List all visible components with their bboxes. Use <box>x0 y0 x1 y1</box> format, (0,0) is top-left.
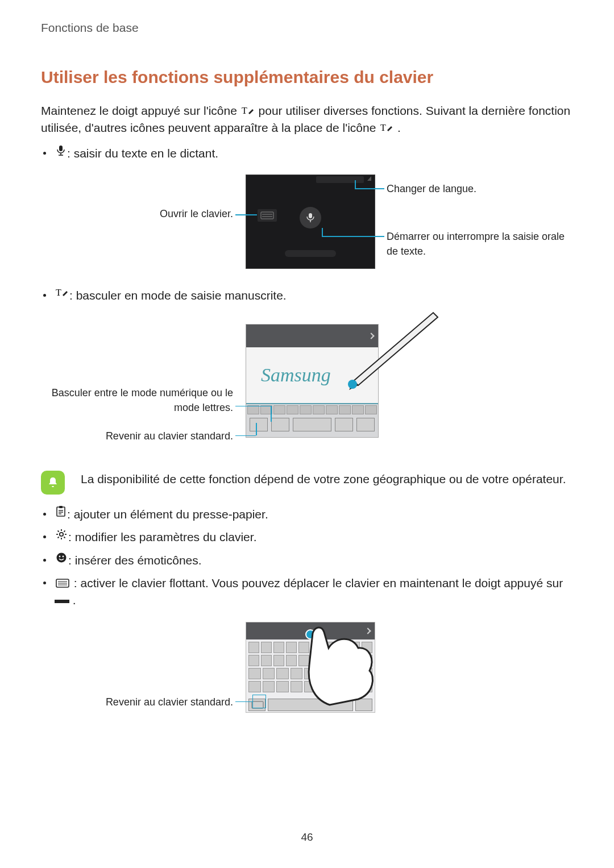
floating-topbar <box>246 622 375 639</box>
callout-start-stop-voice: Démarrer ou interrompre la saisie orale … <box>387 229 574 259</box>
feature-handwriting: T : basculer en mode de saisie manuscrit… <box>41 287 573 304</box>
feature-mic: : saisir du texte en le dictant. <box>41 145 573 162</box>
space-button <box>293 418 331 431</box>
callout-line <box>271 406 272 422</box>
callout-line <box>235 214 257 215</box>
note-row: La disponibilité de cette fonction dépen… <box>41 471 573 495</box>
svg-point-19 <box>60 533 63 536</box>
svg-line-25 <box>64 537 65 538</box>
handwriting-toolbar <box>246 416 378 434</box>
handwriting-sample: Samsung <box>261 361 331 389</box>
intro-text-1: Maintenez le doigt appuyé sur l'icône <box>41 104 240 117</box>
callout-line <box>355 188 384 189</box>
tpen-icon: T <box>380 122 393 134</box>
feature-list-3: : ajouter un élément du presse-papier. :… <box>41 506 573 609</box>
enter-button <box>355 699 372 711</box>
feature-floating-text-1: : activer le clavier flottant. Vous pouv… <box>74 576 563 589</box>
callout-line <box>322 236 384 237</box>
highlight-box <box>252 695 266 708</box>
callout-open-keyboard: Ouvrir le clavier. <box>41 206 233 221</box>
language-indicator <box>316 176 364 183</box>
svg-text:T: T <box>380 123 386 132</box>
feature-settings-text: : modifier les paramètres du clavier. <box>68 529 256 546</box>
svg-rect-8 <box>309 213 312 218</box>
page-content: Utiliser les fonctions supplémentaires d… <box>0 36 614 724</box>
feature-emoji: : insérer des émoticônes. <box>41 552 573 569</box>
feature-floating: : activer le clavier flottant. Vous pouv… <box>41 575 573 609</box>
note-badge-icon <box>41 471 65 495</box>
svg-rect-5 <box>261 212 273 219</box>
mode-toggle-button <box>271 418 289 431</box>
svg-line-24 <box>58 531 59 532</box>
feature-emoji-text: : insérer des émoticônes. <box>68 552 202 569</box>
standard-keyboard-button <box>250 418 268 431</box>
space-button <box>268 699 353 711</box>
keyboard-button <box>258 209 277 222</box>
backspace-button <box>335 418 353 431</box>
svg-rect-14 <box>57 507 65 516</box>
svg-text:T: T <box>56 288 61 297</box>
emoji-icon <box>56 552 67 563</box>
svg-text:T: T <box>242 106 247 115</box>
intro-paragraph: Maintenez le doigt appuyé sur l'icône T … <box>41 102 573 137</box>
callout-standard-keyboard-2: Revenir au clavier standard. <box>41 695 233 709</box>
callout-line <box>355 180 356 188</box>
callout-switch-mode: Basculer entre le mode numérique ou le m… <box>41 385 233 415</box>
clipboard-icon <box>56 506 66 517</box>
keyboard-rows <box>246 639 375 696</box>
svg-point-29 <box>59 555 61 557</box>
breadcrumb: Fonctions de base <box>41 21 139 34</box>
chevron-right-icon <box>368 333 374 339</box>
mic-icon <box>56 145 66 156</box>
bullet-icon <box>43 535 46 538</box>
feature-handwriting-text: : basculer en mode de saisie manuscrite. <box>69 287 287 304</box>
page-number: 46 <box>301 829 313 845</box>
figure-floating-keyboard: Revenir au clavier standard. <box>41 622 573 724</box>
bullet-icon <box>43 152 46 155</box>
feature-list-2: T : basculer en mode de saisie manuscrit… <box>41 287 573 304</box>
enter-button <box>356 418 375 431</box>
svg-point-28 <box>57 553 67 562</box>
svg-line-26 <box>58 537 59 538</box>
tap-to-speak-placeholder <box>285 250 336 257</box>
drag-handle-icon <box>55 600 69 603</box>
tpen-icon: T <box>56 287 68 298</box>
feature-clipboard-text: : ajouter un élément du presse-papier. <box>67 506 268 523</box>
figure-voice-input: Ouvrir le clavier. Changer de langue. Dé… <box>41 175 573 277</box>
section-title: Utiliser les fonctions supplémentaires d… <box>41 65 573 90</box>
intro-text-3: . <box>397 121 401 134</box>
svg-rect-15 <box>59 506 63 508</box>
mic-button <box>300 207 321 229</box>
handwriting-screen: Samsung <box>246 324 379 438</box>
callout-line <box>235 701 252 703</box>
feature-clipboard: : ajouter un élément du presse-papier. <box>41 506 573 523</box>
callout-line <box>256 423 257 435</box>
signal-icon <box>367 176 371 181</box>
handwriting-area: Samsung <box>246 347 378 404</box>
feature-list: : saisir du texte en le dictant. <box>41 145 573 162</box>
callout-line <box>235 406 271 407</box>
bullet-icon <box>43 582 46 584</box>
callout-change-language: Changer de langue. <box>387 181 574 196</box>
feature-floating-text-2: . <box>73 593 76 607</box>
feature-mic-text: : saisir du texte en le dictant. <box>67 145 218 162</box>
floating-keyboard-icon <box>56 579 69 589</box>
note-text: La disponibilité de cette fonction dépen… <box>81 471 566 488</box>
callout-line <box>235 435 256 437</box>
svg-point-30 <box>63 555 64 557</box>
chevron-right-icon <box>364 628 371 634</box>
figure-handwriting: Samsung Basculer entre le mode numérique… <box>41 317 573 454</box>
callout-standard-keyboard: Revenir au clavier standard. <box>41 429 233 443</box>
feature-settings: : modifier les paramètres du clavier. <box>41 529 573 546</box>
bullet-icon <box>43 294 46 297</box>
gear-icon <box>56 529 67 540</box>
bullet-icon <box>43 559 46 562</box>
svg-line-27 <box>64 531 65 532</box>
bullet-icon <box>43 513 46 516</box>
page-header: Fonctions de base <box>0 0 614 36</box>
callout-line <box>322 228 323 236</box>
tpen-icon: T <box>242 105 254 117</box>
drag-handle <box>305 629 316 639</box>
svg-rect-2 <box>59 146 63 151</box>
